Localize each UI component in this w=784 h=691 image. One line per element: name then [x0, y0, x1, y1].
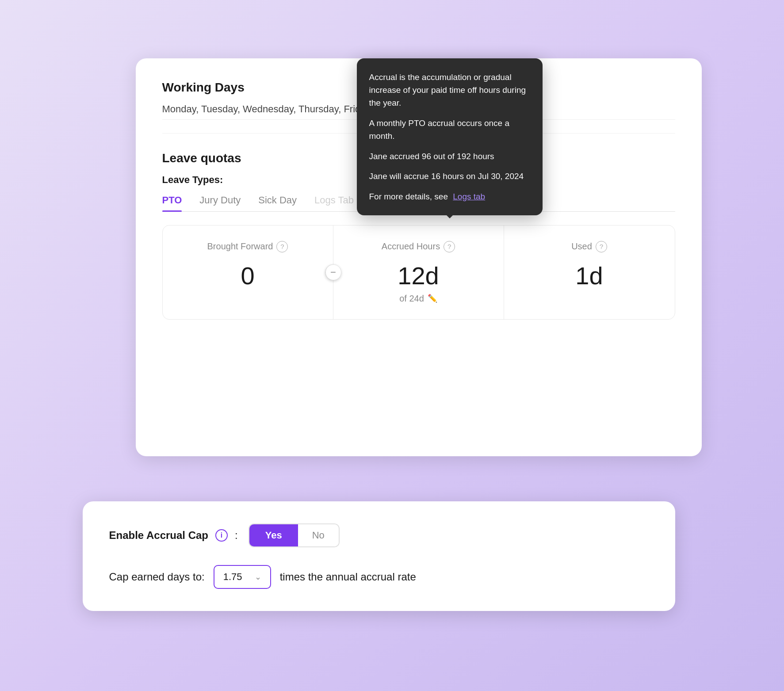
cap-value-dropdown[interactable]: 1.75 ⌄ — [214, 565, 271, 589]
accrued-hours-label: Accrued Hours ? — [347, 241, 490, 252]
tooltip-line-3: Jane accrued 96 out of 192 hours — [369, 150, 530, 163]
enable-accrual-label: Enable Accrual Cap — [109, 529, 209, 542]
tooltip-line-1: Accrual is the accumulation or gradual i… — [369, 71, 530, 110]
accrual-cap-panel: Enable Accrual Cap i : Yes No Cap earned… — [83, 501, 675, 611]
brought-forward-value: 0 — [176, 263, 320, 288]
tooltip-line-2: A monthly PTO accrual occurs once a mont… — [369, 117, 530, 143]
tab-sick-day[interactable]: Sick Day — [258, 195, 297, 211]
accrued-hours-sub: of 24d ✏️ — [347, 294, 490, 304]
quota-card-accrued: − Accrued Hours ? 12d of 24d ✏️ — [333, 225, 504, 319]
accrual-tooltip: Accrual is the accumulation or gradual i… — [357, 58, 543, 216]
accrued-hours-help-icon[interactable]: ? — [444, 241, 455, 252]
chevron-down-icon: ⌄ — [255, 572, 261, 582]
tooltip-logs-link[interactable]: Logs tab — [453, 192, 485, 201]
quota-card-brought-forward: Brought Forward ? 0 + — [163, 225, 333, 319]
brought-forward-label: Brought Forward ? — [176, 241, 320, 252]
used-label: Used ? — [517, 241, 662, 252]
enable-accrual-row: Enable Accrual Cap i : Yes No — [109, 523, 649, 547]
accrual-colon: : — [235, 529, 238, 542]
cap-earned-row: Cap earned days to: 1.75 ⌄ times the ann… — [109, 565, 649, 589]
accrual-cap-yes-button[interactable]: Yes — [249, 524, 298, 546]
accrual-cap-no-button[interactable]: No — [298, 524, 339, 546]
tooltip-line-5: For more details, see Logs tab — [369, 190, 530, 203]
tooltip-content: Accrual is the accumulation or gradual i… — [369, 71, 530, 203]
cap-label: Cap earned days to: — [109, 571, 205, 583]
accrued-hours-value: 12d — [347, 263, 490, 288]
cap-value: 1.75 — [223, 571, 242, 583]
used-help-icon[interactable]: ? — [596, 241, 607, 252]
cap-suffix: times the annual accrual rate — [280, 571, 416, 583]
accrued-minus-button[interactable]: − — [325, 264, 341, 280]
quota-cards: Brought Forward ? 0 + − Accrued Hours ? … — [162, 225, 675, 320]
used-value: 1d — [517, 263, 662, 288]
quota-card-used: Used ? 1d — [504, 225, 675, 319]
tab-pto[interactable]: PTO — [162, 195, 182, 211]
tab-logs[interactable]: Logs Tab — [314, 195, 354, 211]
tooltip-line-4: Jane will accrue 16 hours on Jul 30, 202… — [369, 170, 530, 183]
main-card: Working Days Monday, Tuesday, Wednesday,… — [136, 58, 702, 456]
tab-jury-duty[interactable]: Jury Duty — [199, 195, 241, 211]
accrued-edit-icon[interactable]: ✏️ — [428, 294, 437, 303]
accrual-cap-toggle: Yes No — [249, 523, 340, 547]
brought-forward-help-icon[interactable]: ? — [276, 241, 288, 252]
accrual-info-icon[interactable]: i — [215, 529, 228, 542]
